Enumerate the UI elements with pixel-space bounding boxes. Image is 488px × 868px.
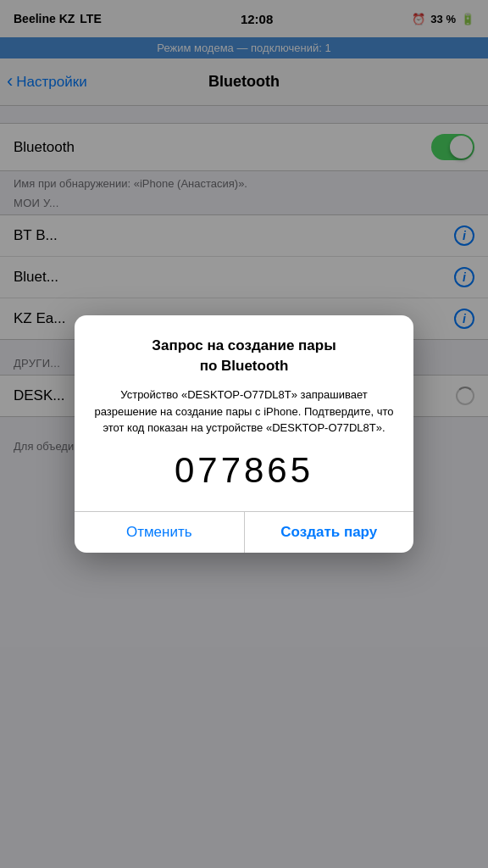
- cancel-button[interactable]: Отменить: [75, 512, 245, 553]
- pairing-code: 077865: [92, 450, 396, 491]
- dialog-message: Устройство «DESKTOP-O77DL8T» запрашивает…: [92, 387, 396, 437]
- dialog-title: Запрос на создание парыпо Bluetooth: [92, 336, 396, 376]
- dialog-overlay: Запрос на создание парыпо Bluetooth Устр…: [0, 0, 488, 868]
- confirm-button[interactable]: Создать пару: [245, 512, 414, 553]
- bluetooth-pair-dialog: Запрос на создание парыпо Bluetooth Устр…: [75, 315, 413, 552]
- dialog-body: Запрос на создание парыпо Bluetooth Устр…: [75, 315, 413, 510]
- dialog-buttons: Отменить Создать пару: [75, 512, 413, 553]
